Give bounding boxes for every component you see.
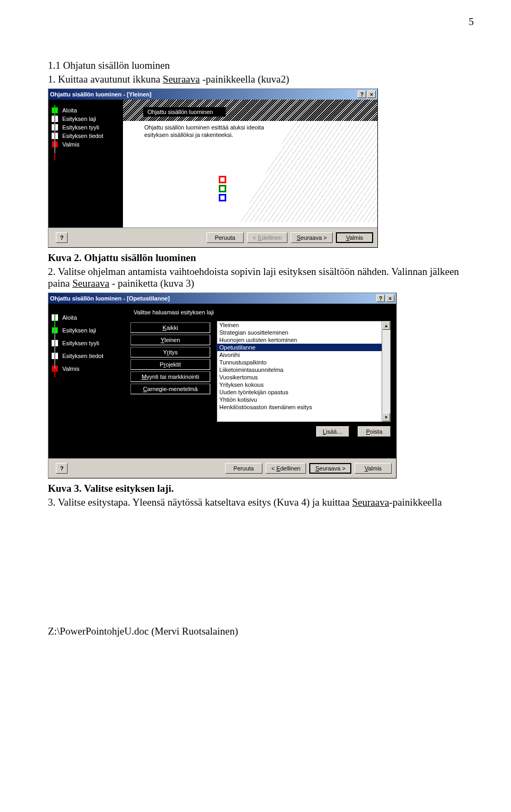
square-blue-icon — [219, 194, 226, 201]
para2-post: - painiketta (kuva 3) — [110, 278, 194, 289]
square-red-icon — [219, 176, 226, 183]
dialog2-titlebar[interactable]: Ohjattu sisällön luominen - [Opetustilan… — [48, 293, 396, 304]
list-item[interactable]: Huonojen uutisten kertominen — [217, 336, 382, 344]
presentation-type-list[interactable]: YleinenStrategian suositteleminenHuonoje… — [217, 321, 391, 422]
close-icon[interactable]: × — [386, 295, 394, 302]
close-icon[interactable]: × — [367, 91, 376, 98]
step-connector — [54, 115, 55, 153]
help-button[interactable]: ? — [56, 463, 68, 474]
step-label: Esityksen laji — [62, 327, 96, 334]
decorative-squares — [219, 174, 226, 203]
category-button[interactable]: Projektit — [130, 359, 210, 370]
step-connector — [54, 314, 55, 327]
dialog1-content: Ohjattu sisällön luominen Ohjattu sisäll… — [123, 100, 377, 228]
help-button[interactable]: ? — [56, 232, 68, 243]
paragraph-1: 1. Kuittaa avautunut ikkuna Seuraava -pa… — [48, 74, 474, 85]
scrollbar[interactable]: ▲ ▼ — [382, 321, 390, 421]
dialog1-title-text: Ohjattu sisällön luominen - [Yleinen] — [50, 91, 152, 98]
footer-path: Z:\PowerPointohjeU.doc (Mervi Ruotsalain… — [48, 626, 474, 637]
back-button[interactable]: < Edellinen — [266, 463, 307, 474]
list-item[interactable]: Opetustilanne — [217, 344, 382, 351]
para1-pre: 1. Kuittaa avautunut ikkuna — [48, 74, 163, 85]
step-connector — [54, 369, 55, 377]
caption-1: Kuva 2. Ohjattu sisällön luominen — [48, 252, 474, 264]
category-buttons: KaikkiYleinenYritysProjektitMyynti tai m… — [130, 321, 210, 437]
paragraph-2: 2. Valitse ohjelman antamista vaihtoehdo… — [48, 266, 474, 289]
next-button[interactable]: Seuraava > — [309, 463, 351, 474]
dialog2-button-row: ? Peruuta < Edellinen Seuraava > Valmis — [48, 458, 396, 478]
dialog2-title-text: Ohjattu sisällön luominen - [Opetustilan… — [50, 295, 170, 302]
para3-link: Seuraava — [352, 497, 389, 508]
wizard-dialog-1: Ohjattu sisällön luominen - [Yleinen] ? … — [48, 88, 378, 248]
dialog1-titlebar[interactable]: Ohjattu sisällön luominen - [Yleinen] ? … — [48, 89, 377, 100]
page-number: 5 — [48, 16, 474, 28]
list-item[interactable]: Yrityksen kokous — [217, 381, 382, 388]
list-item[interactable]: Liiketoimintasuunnitelma — [217, 366, 382, 373]
step-label: Esityksen tyyli — [62, 124, 99, 131]
scroll-up-icon[interactable]: ▲ — [382, 321, 390, 330]
step-label: Esityksen laji — [62, 116, 96, 122]
step-label: Esityksen tiedot — [62, 353, 103, 359]
category-button[interactable]: Myynti tai markkinointi — [130, 371, 210, 382]
square-green-icon — [219, 185, 226, 192]
dialog2-content: Valitse haluamasi esityksen laji KaikkiY… — [123, 304, 396, 458]
para3-post: -painikkeella — [389, 497, 442, 508]
category-button[interactable]: Yritys — [130, 347, 210, 358]
dialog1-description: Ohjattu sisällön luominen esittää aluksi… — [144, 124, 283, 139]
para2-link: Seuraava — [72, 278, 110, 289]
list-item[interactable]: Vuosikertomus — [217, 373, 382, 381]
step-label: Esityksen tyyli — [62, 340, 99, 346]
scroll-down-icon[interactable]: ▼ — [382, 413, 390, 421]
list-item[interactable]: Aivoriihi — [217, 351, 382, 359]
step-connector — [54, 105, 55, 115]
caption-2: Kuva 3. Valitse esityksen laji. — [48, 483, 474, 494]
step-label: Esityksen tiedot — [62, 133, 103, 139]
dialog2-prompt: Valitse haluamasi esityksen laji — [130, 309, 391, 315]
help-icon[interactable]: ? — [376, 295, 385, 302]
add-button[interactable]: Lisää… — [316, 426, 349, 437]
cancel-button[interactable]: Peruuta — [207, 232, 244, 243]
dialog2-steps-panel: Aloita Esityksen laji Esityksen tyyli Es… — [48, 304, 123, 458]
cancel-button[interactable]: Peruuta — [225, 463, 262, 474]
section-heading: 1.1 Ohjatun sisällön luominen — [48, 60, 474, 71]
step-label: Aloita — [62, 107, 77, 113]
para1-link: Seuraava — [163, 74, 200, 85]
dialog1-button-row: ? Peruuta < Edellinen Seuraava > Valmis — [48, 228, 377, 247]
step-label: Valmis — [62, 366, 79, 372]
step-connector — [54, 327, 55, 369]
step-label: Valmis — [62, 141, 79, 148]
list-item[interactable]: Uuden työntekijän opastus — [217, 388, 382, 396]
para1-post: -painikkeella (kuva2) — [200, 74, 289, 85]
list-item[interactable]: Yhtiön kotisivu — [217, 396, 382, 403]
scroll-track[interactable] — [382, 330, 390, 413]
next-button[interactable]: Seuraava > — [291, 232, 333, 243]
finish-button[interactable]: Valmis — [355, 463, 392, 474]
dialog1-steps-panel: Aloita Esityksen laji Esityksen tyyli Es… — [48, 100, 123, 228]
finish-button[interactable]: Valmis — [336, 232, 373, 243]
paragraph-3: 3. Valitse esitystapa. Yleensä näytössä … — [48, 497, 474, 508]
wizard-dialog-2: Ohjattu sisällön luominen - [Opetustilan… — [48, 293, 397, 478]
remove-button[interactable]: Poista — [358, 426, 391, 437]
step-connector — [54, 153, 55, 160]
category-button[interactable]: Yleinen — [130, 335, 210, 345]
list-item[interactable]: Strategian suositteleminen — [217, 329, 382, 336]
dialog1-subtitle: Ohjattu sisällön luominen — [143, 107, 226, 117]
back-button: < Edellinen — [247, 232, 288, 243]
para3-pre: 3. Valitse esitystapa. Yleensä näytössä … — [48, 497, 352, 508]
list-item[interactable]: Yleinen — [217, 321, 382, 329]
help-icon[interactable]: ? — [358, 91, 366, 98]
category-button[interactable]: Carnegie-menetelmä — [130, 384, 210, 394]
list-item[interactable]: Henkilöstöosaston itsenäinen esitys — [217, 403, 382, 411]
step-label: Aloita — [62, 314, 77, 321]
category-button[interactable]: Kaikki — [130, 322, 210, 333]
list-item[interactable]: Tunnustuspalkinto — [217, 359, 382, 366]
